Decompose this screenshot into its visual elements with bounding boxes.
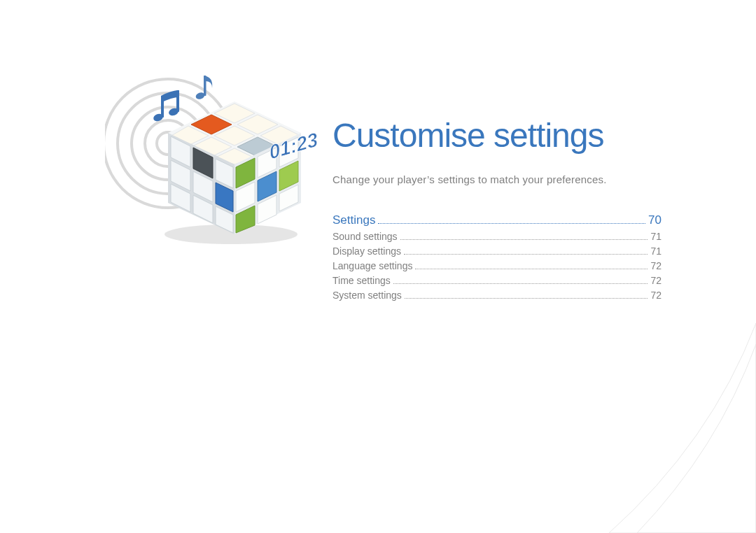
page-subtitle: Change your player’s settings to match y… [332,173,662,185]
svg-marker-15 [260,126,299,145]
svg-point-3 [145,120,191,166]
music-note-icon [153,90,179,122]
toc-entry-page: 72 [650,260,662,271]
svg-point-0 [105,79,232,208]
toc-entry-label: Sound settings [332,231,398,242]
svg-marker-37 [258,171,276,201]
toc-entry-page: 72 [650,290,662,301]
page-text-content: Customise settings Change your player’s … [332,119,662,305]
svg-marker-29 [171,184,190,212]
svg-marker-14 [237,115,278,134]
toc-entry[interactable]: Sound settings 71 [332,231,662,242]
svg-rect-8 [176,90,179,112]
toc-entry-page: 71 [650,231,662,242]
toc-leader-dots [393,278,648,284]
document-page: 01:23 Customise settings Change your pla… [0,0,756,533]
toc: Settings 70 Sound settings 71 Display se… [332,213,662,301]
cube-left-face [168,133,234,234]
svg-marker-22 [168,133,234,234]
svg-marker-33 [236,158,255,188]
svg-marker-20 [191,137,232,157]
svg-point-1 [118,93,218,194]
svg-marker-40 [258,195,276,224]
toc-leader-dots [378,218,645,224]
svg-marker-12 [168,101,301,164]
svg-marker-39 [236,206,255,233]
toc-entry-label: Display settings [332,246,401,257]
svg-point-2 [132,107,204,180]
svg-marker-34 [258,148,276,178]
svg-marker-35 [279,137,298,167]
toc-leader-dots [404,248,648,255]
toc-entry-label: Time settings [332,275,391,286]
toc-leader-dots [405,292,648,299]
svg-point-5 [153,113,164,122]
svg-marker-28 [216,183,233,212]
svg-marker-31 [216,206,233,233]
toc-entry-label: Language settings [332,260,412,271]
svg-marker-32 [234,133,301,234]
svg-point-11 [164,225,298,244]
toc-entry[interactable]: System settings 72 [332,290,662,301]
cube-top-face [168,101,301,164]
svg-marker-17 [214,126,255,145]
svg-point-9 [195,92,205,101]
svg-marker-16 [191,115,232,134]
svg-marker-24 [193,148,213,178]
toc-leader-dots [400,234,648,240]
svg-marker-30 [193,195,213,223]
svg-marker-23 [171,136,190,167]
toc-entry-page: 72 [650,275,662,286]
svg-marker-41 [279,185,298,211]
svg-marker-19 [170,126,209,145]
toc-entry-label: System settings [332,290,402,301]
toc-section-head[interactable]: Settings 70 [332,213,662,227]
toc-leader-dots [415,263,648,269]
toc-entry[interactable]: Time settings 72 [332,275,662,286]
decorative-corner-sweep [588,323,756,533]
svg-marker-38 [279,161,298,191]
time-overlay-label: 01:23 [267,128,320,163]
svg-point-6 [168,107,179,117]
svg-marker-21 [214,148,255,164]
cube-illustration: 01:23 [105,63,329,259]
cube-right-face [234,133,301,234]
toc-section-page: 70 [648,213,662,227]
music-note-icon [195,76,212,100]
svg-marker-36 [236,182,255,212]
toc-section-label: Settings [332,213,375,227]
svg-rect-10 [204,76,206,96]
svg-marker-27 [193,171,213,202]
svg-rect-7 [161,96,164,118]
toc-entry-page: 71 [650,246,662,257]
svg-marker-13 [214,104,255,123]
toc-entry[interactable]: Language settings 72 [332,260,662,271]
svg-point-4 [157,132,179,155]
svg-marker-26 [171,160,190,191]
page-title: Customise settings [332,119,662,152]
toc-entry[interactable]: Display settings 71 [332,246,662,257]
svg-marker-25 [216,159,233,188]
svg-marker-18 [237,137,278,157]
